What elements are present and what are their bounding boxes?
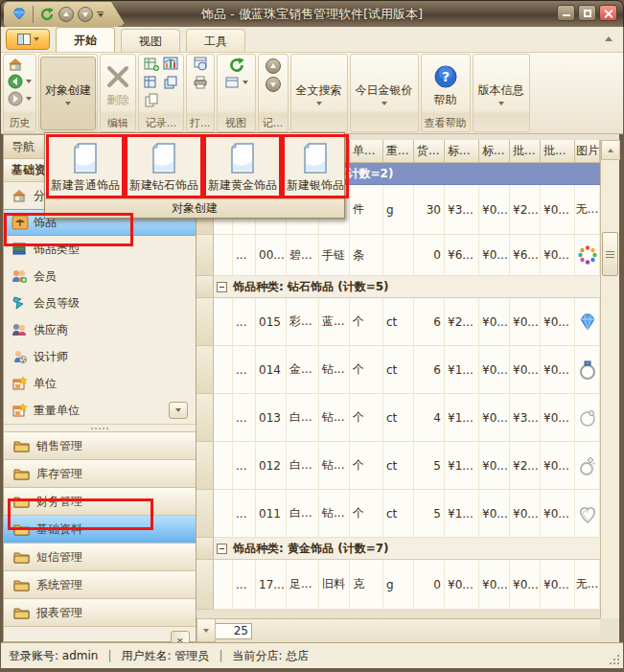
header-cell[interactable]: 图片 xyxy=(575,140,600,163)
record-up-icon[interactable] xyxy=(266,58,281,74)
header-cell[interactable]: 重... xyxy=(383,140,414,163)
row-indicator[interactable] xyxy=(196,490,214,538)
sidebar-item-6[interactable]: 设计师 xyxy=(4,343,196,370)
sidebar-item-5[interactable]: 供应商 xyxy=(4,316,196,343)
table-cell[interactable]: ¥0... xyxy=(541,442,575,490)
table-cell[interactable] xyxy=(214,235,233,276)
table-cell[interactable] xyxy=(214,442,233,490)
chevron-down-icon[interactable] xyxy=(26,97,32,101)
table-cell[interactable]: 个 xyxy=(350,346,383,394)
minimize-button[interactable] xyxy=(557,5,575,21)
table-cell[interactable]: ... xyxy=(233,490,256,538)
table-cell[interactable]: 碧... xyxy=(287,235,319,276)
maximize-button[interactable] xyxy=(578,5,596,21)
table-cell[interactable]: 条 xyxy=(350,235,383,276)
row-indicator[interactable] xyxy=(196,394,214,442)
table-cell[interactable]: 0 xyxy=(414,560,445,610)
table-cell[interactable] xyxy=(383,235,414,276)
gold-price-button[interactable]: 今日金银价 xyxy=(352,57,417,130)
version-info-button[interactable]: 版本信息 xyxy=(474,57,528,130)
table-cell[interactable]: 013 xyxy=(256,394,287,442)
table-cell[interactable]: ¥0... xyxy=(541,235,575,276)
delete-button[interactable]: 删除 xyxy=(102,57,134,115)
table-cell[interactable]: 5 xyxy=(414,442,445,490)
table-cell[interactable]: ¥0... xyxy=(479,346,510,394)
header-cell[interactable]: 标... xyxy=(445,140,479,163)
table-cell[interactable]: ¥0... xyxy=(479,442,510,490)
table-cell[interactable]: ct xyxy=(383,442,414,490)
window-view-icon[interactable] xyxy=(224,75,240,90)
record-down-icon[interactable] xyxy=(266,77,281,92)
table-cell[interactable]: 克 xyxy=(350,560,383,610)
table-cell[interactable]: 17... xyxy=(256,560,287,610)
table-cell[interactable]: 白... xyxy=(287,442,319,490)
sidebar-section-6[interactable]: 报表管理 xyxy=(4,598,196,626)
sidebar-item-4[interactable]: 会员等级 xyxy=(4,290,196,316)
table-cell[interactable]: 钻... xyxy=(319,394,350,442)
scroll-up-icon[interactable] xyxy=(601,140,620,160)
object-create-button[interactable]: 对象创建 xyxy=(40,57,96,130)
table-add-icon[interactable] xyxy=(144,57,159,72)
collapse-ribbon-icon[interactable] xyxy=(605,36,612,41)
app-menu-button[interactable] xyxy=(6,29,50,50)
table-cell[interactable]: 旧料 xyxy=(319,560,350,610)
table-cell[interactable]: ¥0... xyxy=(541,490,575,538)
table-cell[interactable]: ¥0... xyxy=(479,185,510,235)
row-indicator[interactable] xyxy=(196,538,214,560)
collapse-icon[interactable] xyxy=(217,544,227,554)
table-cell[interactable]: ¥0... xyxy=(479,298,510,346)
home-icon[interactable] xyxy=(8,57,23,72)
sidebar-section-5[interactable]: 系统管理 xyxy=(4,570,196,598)
picture-cell[interactable]: 无... xyxy=(575,560,600,610)
table-cell[interactable]: 钻... xyxy=(319,442,350,490)
table-cell[interactable]: 5 xyxy=(414,490,445,538)
table-cell[interactable]: 个 xyxy=(350,298,383,346)
scrollbar-thumb[interactable] xyxy=(602,232,618,276)
table-cell[interactable]: ¥1... xyxy=(445,394,479,442)
table-cell[interactable]: 30 xyxy=(414,185,445,235)
table-cell[interactable]: ¥0... xyxy=(541,185,575,235)
table-cell[interactable]: ¥0... xyxy=(510,298,541,346)
sidebar-section-0[interactable]: 销售管理 xyxy=(4,431,196,459)
sidebar-section-3[interactable]: 基础资料 xyxy=(4,515,196,543)
table-cell[interactable]: ... xyxy=(233,346,256,394)
table-cell[interactable]: ¥0... xyxy=(510,346,541,394)
sidebar-item-8[interactable]: 重量单位 xyxy=(4,397,196,424)
back-icon[interactable] xyxy=(8,74,23,89)
table-cell[interactable]: 012 xyxy=(256,442,287,490)
row-indicator[interactable] xyxy=(196,235,214,276)
popup-new-item-0[interactable]: 新建普通饰品 xyxy=(46,134,125,198)
vertical-scrollbar[interactable] xyxy=(600,140,619,618)
record-count-box[interactable]: 25 xyxy=(214,623,252,639)
table-cell[interactable]: ¥0... xyxy=(510,560,541,610)
bracelet-icon[interactable] xyxy=(575,235,600,276)
table-cell[interactable]: ¥6... xyxy=(445,235,479,276)
tab-view[interactable]: 视图 xyxy=(121,29,180,52)
table-cell[interactable]: 白... xyxy=(287,394,319,442)
table-cell[interactable] xyxy=(214,346,233,394)
collapse-icon[interactable] xyxy=(217,282,227,292)
chart-icon[interactable] xyxy=(163,57,178,72)
table-cell[interactable]: ... xyxy=(233,298,256,346)
table-cell[interactable]: 011 xyxy=(256,490,287,538)
header-cell[interactable]: 批... xyxy=(510,140,541,163)
table-cell[interactable]: ¥2... xyxy=(445,298,479,346)
table-cell[interactable]: 白... xyxy=(287,490,319,538)
table-cell[interactable]: 手链 xyxy=(319,235,350,276)
table-row[interactable]: ...014金...钻...个ct6¥1...¥0...¥0...¥0... xyxy=(196,346,600,394)
sidebar-splitter[interactable] xyxy=(4,424,196,431)
table-cell[interactable]: 6 xyxy=(414,346,445,394)
table-cell[interactable]: 个 xyxy=(350,490,383,538)
ring-thin-icon[interactable] xyxy=(575,394,600,442)
duplicate-icon[interactable] xyxy=(163,75,178,90)
table-cell[interactable]: ct xyxy=(383,490,414,538)
table-cell[interactable]: ¥0... xyxy=(541,560,575,610)
table-cell[interactable]: ... xyxy=(233,560,256,610)
table-cell[interactable] xyxy=(214,394,233,442)
table-cell[interactable]: ... xyxy=(233,235,256,276)
table-cell[interactable]: ¥0... xyxy=(479,394,510,442)
header-cell[interactable]: 货... xyxy=(414,140,445,163)
table-cell[interactable]: ¥1... xyxy=(445,490,479,538)
table-cell[interactable]: ct xyxy=(383,394,414,442)
table-row[interactable]: ...012白...钻...个ct5¥1...¥0...¥2...¥0... xyxy=(196,442,600,490)
